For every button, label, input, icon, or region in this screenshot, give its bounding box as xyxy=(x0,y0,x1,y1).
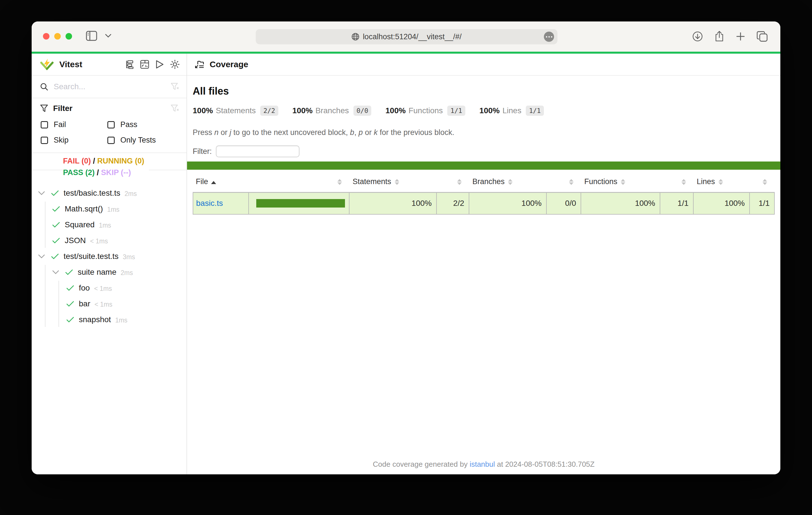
test-name: test/suite.test.ts xyxy=(64,252,119,261)
test-tree-item[interactable]: test/basic.test.ts2ms xyxy=(32,185,186,201)
file-link[interactable]: basic.ts xyxy=(196,199,223,208)
branches-pct-cell: 100% xyxy=(469,192,546,214)
overlapping-squares-icon[interactable] xyxy=(757,31,768,42)
double-caret-icon xyxy=(508,179,513,185)
check-icon xyxy=(65,269,73,275)
check-icon xyxy=(52,238,60,244)
filter-title: Filter xyxy=(53,104,72,113)
coverage-footer: Code coverage generated by istanbul at 2… xyxy=(187,460,780,469)
checkbox[interactable] xyxy=(107,137,115,144)
test-tree-item[interactable]: Squared1ms xyxy=(32,217,186,233)
column-header-file-bar[interactable] xyxy=(249,171,349,192)
column-header-file[interactable]: File xyxy=(193,171,249,192)
chevron-down-icon[interactable] xyxy=(38,191,45,195)
sidebar-panel-icon[interactable] xyxy=(86,31,97,41)
square-arrow-up-icon[interactable] xyxy=(714,31,724,42)
chevron-down-icon[interactable] xyxy=(105,34,111,38)
functions-pct-cell: 100% xyxy=(581,192,660,214)
test-duration: 2ms xyxy=(124,189,137,198)
statements-pct-cell: 100% xyxy=(349,192,436,214)
address-bar[interactable]: localhost:51204/__vitest__/#/ xyxy=(256,29,557,44)
checkbox[interactable] xyxy=(41,121,48,128)
chevron-down-icon[interactable] xyxy=(52,270,59,274)
zoom-window-button[interactable] xyxy=(65,33,72,39)
sun-icon[interactable] xyxy=(170,60,180,69)
app-title: Vitest xyxy=(59,60,82,69)
check-icon xyxy=(66,301,74,307)
check-icon xyxy=(66,285,74,291)
funnel-x-icon[interactable] xyxy=(171,104,179,112)
istanbul-link[interactable]: istanbul xyxy=(470,460,495,468)
hierarchy-icon[interactable] xyxy=(125,60,134,69)
test-name: JSON xyxy=(65,236,86,245)
test-name: Squared xyxy=(65,220,95,229)
vitest-logo xyxy=(40,58,54,70)
column-header-functions[interactable]: Functions xyxy=(581,171,660,192)
pass-count: PASS (2) xyxy=(63,168,95,177)
test-tree-item[interactable]: snapshot1ms xyxy=(32,312,186,328)
test-tree-item[interactable]: suite name2ms xyxy=(32,264,186,280)
checkbox-label: Skip xyxy=(54,136,69,145)
skip-count: SKIP (--) xyxy=(101,168,131,177)
summary-percent: 100% xyxy=(193,106,213,115)
minimize-window-button[interactable] xyxy=(54,33,61,39)
test-tree-item[interactable]: test/suite.test.ts3ms xyxy=(32,248,186,264)
double-caret-icon xyxy=(682,179,686,185)
ellipsis-icon[interactable] xyxy=(544,32,554,42)
test-duration: < 1ms xyxy=(94,284,112,293)
column-header-lines[interactable]: Lines xyxy=(693,171,750,192)
column-header-statements-raw[interactable] xyxy=(436,171,469,192)
triangle-up-icon xyxy=(211,181,216,184)
check-icon xyxy=(52,206,60,212)
funnel-x-icon[interactable] xyxy=(171,83,179,91)
browser-toolbar: localhost:51204/__vitest__/#/ xyxy=(32,22,780,52)
test-duration: < 1ms xyxy=(94,300,112,308)
circle-arrow-down-icon[interactable] xyxy=(692,31,703,42)
close-window-button[interactable] xyxy=(43,33,50,39)
double-caret-icon xyxy=(621,179,625,185)
test-duration: 1ms xyxy=(99,220,111,229)
column-header-lines-raw[interactable] xyxy=(750,171,775,192)
file-coverage-bar-cell xyxy=(249,192,349,214)
checkbox[interactable] xyxy=(41,137,48,144)
filter-section: Filter Fail Pass xyxy=(32,98,186,153)
test-name: suite name xyxy=(78,268,116,277)
keyboard-hint: Press n or j to go to the next uncovered… xyxy=(193,128,775,137)
test-tree-item[interactable]: Math.sqrt()1ms xyxy=(32,201,186,217)
checkbox[interactable] xyxy=(107,121,115,128)
column-header-branches-raw[interactable] xyxy=(546,171,581,192)
column-header-branches[interactable]: Branches xyxy=(469,171,546,192)
lines-pct-cell: 100% xyxy=(693,192,750,214)
summary-label: Functions xyxy=(409,106,443,115)
summary-label: Statements xyxy=(216,106,256,115)
checkbox-label: Fail xyxy=(54,120,66,129)
column-header-functions-raw[interactable] xyxy=(660,171,693,192)
double-caret-icon xyxy=(569,179,574,185)
summary-item: 100% Functions 1/1 xyxy=(385,105,465,116)
summary-item: 100% Statements 2/2 xyxy=(193,105,278,116)
filter-option-pass: Pass xyxy=(107,120,179,129)
test-tree-item[interactable]: foo< 1ms xyxy=(32,280,186,296)
test-tree-item[interactable]: JSON< 1ms xyxy=(32,233,186,248)
test-progress-bar xyxy=(32,52,780,54)
test-duration: 2ms xyxy=(121,268,133,277)
check-icon xyxy=(52,222,60,228)
coverage-filter-input[interactable] xyxy=(216,145,299,157)
check-icon xyxy=(51,190,59,196)
test-name: Math.sqrt() xyxy=(65,205,103,213)
column-header-statements[interactable]: Statements xyxy=(349,171,436,192)
url-text: localhost:51204/__vitest__/#/ xyxy=(363,32,462,41)
double-caret-icon xyxy=(395,179,399,185)
test-name: bar xyxy=(79,299,90,308)
search-input[interactable] xyxy=(54,82,171,91)
chevron-down-icon[interactable] xyxy=(38,254,45,259)
check-icon xyxy=(51,253,59,260)
filter-option-only-tests: Only Tests xyxy=(107,136,179,145)
test-name: foo xyxy=(79,283,90,293)
summary-label: Lines xyxy=(502,106,521,115)
test-tree-item[interactable]: bar< 1ms xyxy=(32,296,186,312)
report-panel-icon[interactable] xyxy=(140,60,149,69)
double-caret-icon xyxy=(457,179,462,185)
plus-icon[interactable] xyxy=(736,32,745,41)
play-icon[interactable] xyxy=(155,60,164,69)
